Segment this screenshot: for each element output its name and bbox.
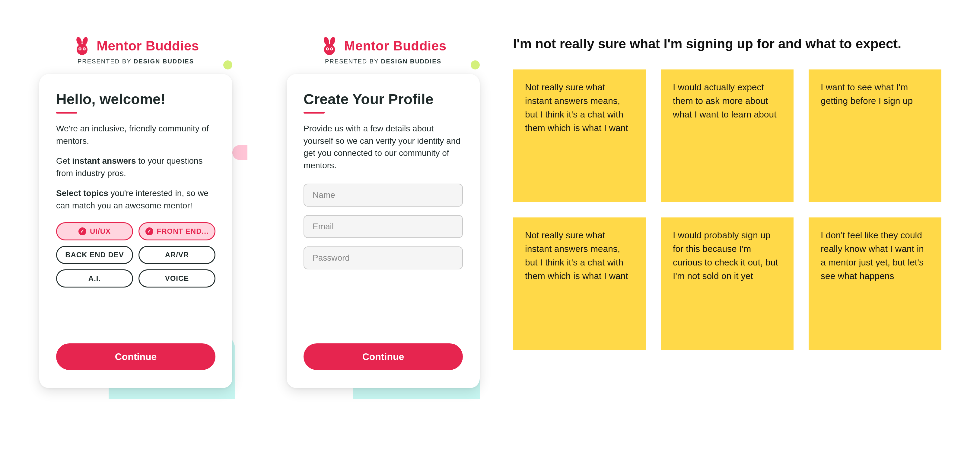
- brand-subtitle-prefix: PRESENTED BY: [78, 58, 134, 65]
- brand-logo: Mentor Buddies: [320, 36, 446, 56]
- title-underline: [304, 112, 325, 113]
- welcome-para-1: We're an inclusive, friendly community o…: [56, 123, 215, 147]
- name-placeholder: Name: [313, 190, 335, 200]
- brand-logo: Mentor Buddies: [72, 36, 199, 56]
- topic-pill-backend[interactable]: BACK END DEV: [56, 246, 133, 264]
- brand-subtitle-prefix: PRESENTED BY: [325, 58, 381, 65]
- topic-label: FRONT END...: [157, 227, 209, 236]
- topic-label: UI/UX: [90, 227, 111, 236]
- password-placeholder: Password: [313, 253, 350, 263]
- topic-label: AR/VR: [165, 251, 189, 259]
- welcome-para-3: Select topics you're interested in, so w…: [56, 187, 215, 212]
- brand-name: Mentor Buddies: [344, 38, 446, 53]
- topic-pill-ai[interactable]: A.I.: [56, 270, 133, 287]
- password-field[interactable]: Password: [304, 246, 463, 270]
- svg-point-2: [76, 44, 88, 55]
- svg-point-5: [80, 48, 81, 49]
- topic-pill-grid: ✓ UI/UX ✓ FRONT END... BACK END DEV AR/V…: [56, 222, 215, 287]
- brand-subtitle-bold: DESIGN BUDDIES: [381, 58, 441, 65]
- topic-pill-frontend[interactable]: ✓ FRONT END...: [138, 222, 215, 240]
- sticky-note: I would probably sign up for this becaus…: [661, 217, 794, 350]
- brand-subtitle: PRESENTED BY DESIGN BUDDIES: [78, 58, 194, 65]
- brand-subtitle-bold: DESIGN BUDDIES: [134, 58, 194, 65]
- bunny-icon: [72, 36, 92, 56]
- topic-label: BACK END DEV: [65, 251, 124, 259]
- brand-subtitle: PRESENTED BY DESIGN BUDDIES: [325, 58, 441, 65]
- svg-point-9: [324, 44, 335, 55]
- welcome-p2-bold: instant answers: [72, 156, 136, 166]
- topic-label: A.I.: [88, 274, 101, 283]
- check-icon: ✓: [145, 227, 153, 235]
- welcome-screen: Mentor Buddies PRESENTED BY DESIGN BUDDI…: [33, 36, 239, 388]
- welcome-p3-bold: Select topics: [56, 188, 108, 198]
- feedback-heading: I'm not really sure what I'm signing up …: [513, 36, 953, 51]
- topic-pill-arvr[interactable]: AR/VR: [138, 246, 215, 264]
- title-underline: [56, 112, 77, 113]
- check-icon: ✓: [78, 227, 86, 235]
- svg-point-13: [331, 48, 332, 49]
- feedback-panel: I'm not really sure what I'm signing up …: [513, 36, 953, 350]
- sticky-note-grid: Not really sure what instant answers mea…: [513, 69, 953, 350]
- sticky-note: I don't feel like they could really know…: [809, 217, 941, 350]
- topic-pill-uiux[interactable]: ✓ UI/UX: [56, 222, 133, 240]
- continue-button[interactable]: Continue: [304, 343, 463, 370]
- name-field[interactable]: Name: [304, 184, 463, 207]
- welcome-card: Hello, welcome! We're an inclusive, frie…: [39, 74, 232, 388]
- bunny-icon: [320, 36, 339, 56]
- sticky-note: I want to see what I'm getting before I …: [809, 69, 941, 203]
- welcome-p2-pre: Get: [56, 156, 72, 166]
- profile-card: Create Your Profile Provide us with a fe…: [286, 74, 480, 388]
- profile-desc: Provide us with a few details about your…: [304, 123, 463, 172]
- topic-label: VOICE: [165, 274, 189, 283]
- svg-point-12: [327, 48, 328, 49]
- sticky-note: Not really sure what instant answers mea…: [513, 69, 646, 203]
- email-placeholder: Email: [313, 222, 334, 231]
- profile-screen: Mentor Buddies PRESENTED BY DESIGN BUDDI…: [281, 36, 486, 388]
- sticky-note: Not really sure what instant answers mea…: [513, 217, 646, 350]
- continue-button[interactable]: Continue: [56, 343, 215, 370]
- svg-point-6: [84, 48, 85, 49]
- sticky-note: I would actually expect them to ask more…: [661, 69, 794, 203]
- welcome-para-2: Get instant answers to your questions fr…: [56, 155, 215, 179]
- email-field[interactable]: Email: [304, 215, 463, 238]
- welcome-title: Hello, welcome!: [56, 91, 215, 107]
- topic-pill-voice[interactable]: VOICE: [138, 270, 215, 287]
- profile-title: Create Your Profile: [304, 91, 463, 107]
- brand-name: Mentor Buddies: [97, 38, 199, 53]
